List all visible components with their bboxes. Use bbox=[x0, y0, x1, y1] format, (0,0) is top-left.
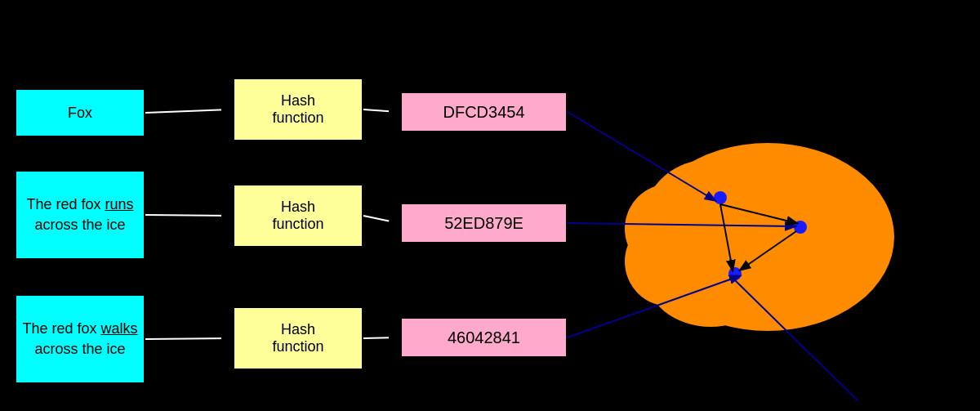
hash-function-3: Hashfunction bbox=[233, 306, 363, 370]
dot-1 bbox=[714, 191, 727, 204]
arrow-runs-to-hash bbox=[145, 215, 231, 216]
input-walks-label: The red fox walks across the ice bbox=[21, 319, 139, 360]
line-out3-to-dot3 bbox=[568, 276, 739, 337]
internal-arrow-2-3 bbox=[741, 231, 796, 270]
internal-arrow-1-2 bbox=[720, 204, 796, 223]
svg-point-2 bbox=[645, 221, 776, 327]
output-value-1: DFCD3454 bbox=[443, 103, 524, 122]
output-value-2: 52ED879E bbox=[444, 214, 523, 233]
output-value-3: 46042841 bbox=[448, 328, 520, 347]
hash-label-2: Hashfunction bbox=[272, 199, 323, 233]
line-out2-to-dot2 bbox=[568, 223, 795, 226]
input-runs: The red fox runs across the ice bbox=[15, 170, 145, 260]
arrow-hash3-to-out3 bbox=[363, 337, 399, 338]
arrow-walks-to-hash bbox=[145, 338, 231, 339]
input-walks: The red fox walks across the ice bbox=[15, 294, 145, 384]
hash-label-1: Hashfunction bbox=[272, 92, 323, 127]
svg-point-5 bbox=[625, 217, 715, 306]
svg-point-3 bbox=[662, 180, 760, 310]
output-2: 52ED879E bbox=[400, 203, 568, 243]
cloud-shape bbox=[625, 143, 894, 331]
arrow-out-of-cloud bbox=[735, 280, 858, 400]
input-fox-label: Fox bbox=[68, 105, 92, 122]
dot-3 bbox=[728, 267, 742, 280]
line-out1-to-dot1 bbox=[568, 112, 715, 200]
hash-label-3: Hashfunction bbox=[272, 321, 323, 355]
arrow-fox-to-hash bbox=[145, 109, 231, 113]
svg-point-0 bbox=[641, 143, 894, 331]
output-1: DFCD3454 bbox=[400, 92, 568, 132]
hash-function-1: Hashfunction bbox=[233, 78, 363, 141]
input-fox: Fox bbox=[15, 88, 145, 137]
diagram-container: Fox The red fox runs across the ice The … bbox=[0, 0, 980, 411]
input-runs-label: The red fox runs across the ice bbox=[21, 194, 139, 235]
svg-point-9 bbox=[727, 237, 841, 327]
svg-point-1 bbox=[645, 159, 776, 274]
svg-point-7 bbox=[772, 212, 878, 310]
internal-arrow-1-3 bbox=[720, 204, 733, 270]
arrow-hash1-to-out1 bbox=[363, 109, 399, 112]
output-3: 46042841 bbox=[400, 317, 568, 358]
hash-function-2: Hashfunction bbox=[233, 184, 363, 248]
svg-point-6 bbox=[772, 176, 878, 266]
dot-2 bbox=[794, 221, 807, 234]
arrow-hash2-to-out2 bbox=[363, 216, 399, 223]
svg-point-8 bbox=[727, 151, 841, 241]
svg-point-4 bbox=[625, 184, 715, 274]
